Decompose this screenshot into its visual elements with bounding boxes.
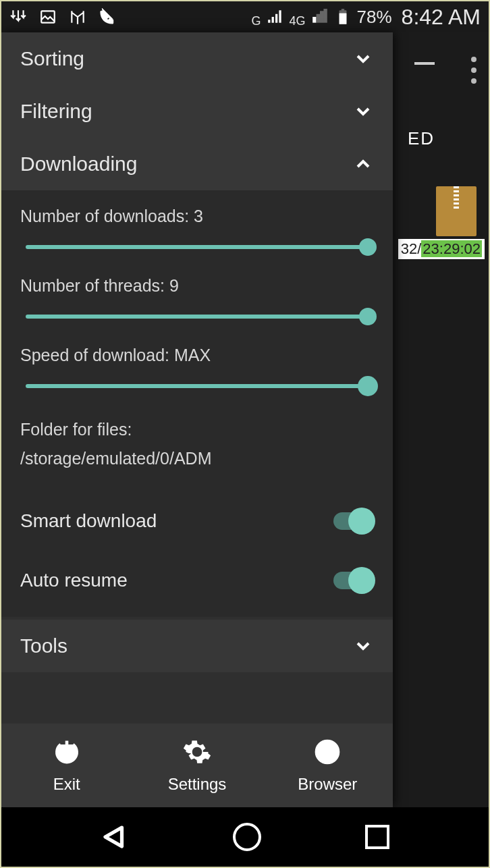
chevron-down-icon xyxy=(352,635,374,657)
clock: 8:42 AM xyxy=(402,5,481,30)
exit-button[interactable]: Exit xyxy=(1,737,132,794)
section-label: Sorting xyxy=(20,47,352,70)
section-sorting[interactable]: Sorting xyxy=(1,32,393,85)
section-label: Filtering xyxy=(20,100,352,123)
recent-apps-button[interactable] xyxy=(365,825,389,849)
chevron-down-icon xyxy=(352,101,374,122)
download-speed-slider[interactable] xyxy=(26,384,369,388)
globe-icon xyxy=(312,737,342,767)
download-speed-setting: Speed of download: MAX xyxy=(20,346,374,388)
smart-download-setting: Smart download xyxy=(20,491,374,551)
more-menu-icon[interactable] xyxy=(471,57,477,84)
section-label: Tools xyxy=(20,634,352,657)
power-icon xyxy=(52,737,82,767)
svg-rect-2 xyxy=(339,13,346,24)
back-button[interactable] xyxy=(101,823,129,851)
num-downloads-setting: Number of downloads: 3 xyxy=(20,207,374,249)
section-filtering[interactable]: Filtering xyxy=(1,85,393,138)
section-downloading[interactable]: Downloading xyxy=(1,138,393,190)
chevron-down-icon xyxy=(352,48,374,70)
slider-label: Number of threads: 9 xyxy=(20,276,374,296)
num-threads-slider[interactable] xyxy=(26,315,369,319)
action-label: Exit xyxy=(53,775,80,794)
image-icon xyxy=(39,8,57,26)
folder-path: /storage/emulated/0/ADM xyxy=(20,444,374,473)
toggle-label: Auto resume xyxy=(20,570,333,591)
android-nav-bar xyxy=(1,807,489,867)
auto-resume-toggle[interactable] xyxy=(333,572,374,589)
auto-resume-setting: Auto resume xyxy=(20,551,374,610)
settings-drawer: Sorting Filtering Downloading Number of … xyxy=(1,32,393,807)
folder-setting[interactable]: Folder for files: /storage/emulated/0/AD… xyxy=(20,415,374,472)
gear-icon xyxy=(182,737,212,767)
status-bar: G 4G 78% 8:42 AM xyxy=(1,1,489,32)
num-threads-setting: Number of threads: 9 xyxy=(20,276,374,319)
battery-icon xyxy=(334,8,352,26)
background-dash xyxy=(414,62,435,65)
num-downloads-slider[interactable] xyxy=(26,245,369,249)
folder-label: Folder for files: xyxy=(20,415,374,444)
action-label: Settings xyxy=(168,775,227,794)
call-icon xyxy=(99,8,116,26)
zip-file-icon xyxy=(436,186,477,236)
section-label: Downloading xyxy=(20,153,352,175)
home-button[interactable] xyxy=(233,823,261,851)
toggle-label: Smart download xyxy=(20,510,333,532)
action-label: Browser xyxy=(298,775,357,794)
network-g-label: G xyxy=(252,14,261,28)
slider-label: Speed of download: MAX xyxy=(20,346,374,365)
downloading-settings-panel: Number of downloads: 3 Number of threads… xyxy=(1,190,393,617)
download-timestamp: 32/23:29:02 xyxy=(398,239,485,259)
background-partial-text: ED xyxy=(408,128,435,149)
smart-download-toggle[interactable] xyxy=(333,512,374,530)
settings-button[interactable]: Settings xyxy=(132,737,262,794)
gmail-icon xyxy=(69,8,86,26)
network-4g-label: 4G xyxy=(290,14,306,28)
drawer-actions: Exit Settings Browser xyxy=(1,724,393,807)
battery-percentage: 78% xyxy=(357,7,392,28)
slider-label: Number of downloads: 3 xyxy=(20,207,374,226)
download-queue-icon xyxy=(9,8,27,26)
signal-icon xyxy=(267,8,284,26)
svg-rect-3 xyxy=(341,9,344,11)
signal-icon-2 xyxy=(311,8,329,26)
browser-button[interactable]: Browser xyxy=(263,737,393,794)
section-tools[interactable]: Tools xyxy=(1,620,393,672)
chevron-up-icon xyxy=(352,153,374,175)
